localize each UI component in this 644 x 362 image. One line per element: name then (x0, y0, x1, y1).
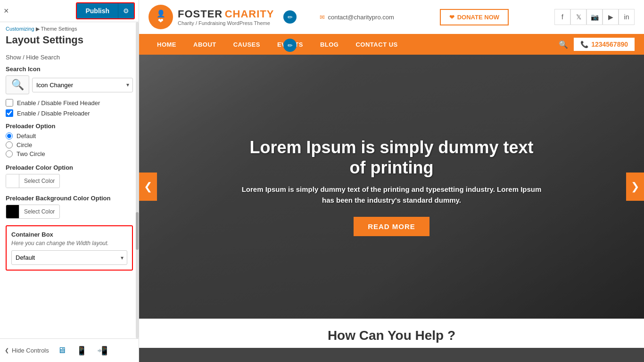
social-icons: f 𝕏 📷 ▶ in (554, 9, 635, 25)
scrollbar-thumb (136, 212, 139, 250)
contact-email: contact@charitypro.com (328, 14, 394, 21)
right-preview: ✏ ✏ 👤 ❤ FOSTER CHARITY Charity / Fundrai… (139, 0, 644, 362)
logo-text-wrap: FOSTER CHARITY Charity / Fundraising Wor… (178, 8, 274, 26)
radio-default[interactable] (6, 132, 13, 140)
fixed-header-checkbox[interactable] (6, 99, 13, 107)
hero-read-more-button[interactable]: READ MORE (354, 217, 429, 236)
donate-button[interactable]: ❤ DONATE NOW (440, 9, 509, 25)
container-box-section: Container Box Here you can change the Wi… (6, 225, 133, 271)
hide-controls-label: Hide Controls (12, 347, 49, 354)
search-icon-label: Search Icon (6, 66, 133, 73)
mobile-device-button[interactable]: 📲 (95, 344, 109, 358)
nav-search-icon[interactable]: 🔍 (553, 40, 574, 49)
nav-about[interactable]: ABOUT (185, 34, 225, 55)
container-box-title: Container Box (11, 231, 127, 238)
top-bar: × Publish ⚙ (0, 0, 139, 22)
left-panel: × Publish ⚙ Customizing ▶ Theme Settings… (0, 0, 139, 362)
radio-circle[interactable] (6, 141, 13, 148)
tablet-device-button[interactable]: 📱 (74, 344, 89, 358)
nav-contact[interactable]: CONTACT US (347, 34, 406, 55)
publish-button[interactable]: Publish (77, 3, 118, 18)
site-logo: 👤 ❤ FOSTER CHARITY Charity / Fundraising… (149, 5, 274, 29)
hero-description: Lorem Ipsum is simply dummy text of the … (241, 184, 543, 206)
nav-edit-pencil-icon[interactable]: ✏ (283, 39, 297, 52)
logo-subtitle: Charity / Fundraising WordPress Theme (178, 20, 274, 26)
twitter-icon[interactable]: 𝕏 (570, 9, 586, 25)
radio-circle-label: Circle (17, 141, 32, 148)
site-nav: HOME ABOUT CAUSES EVENTS BLOG CONTACT US… (139, 34, 644, 55)
how-help-title: How Can You Help ? (149, 328, 635, 343)
hide-controls-button[interactable]: ❮ Hide Controls (5, 347, 49, 354)
hero-next-arrow[interactable]: ❯ (626, 173, 644, 201)
site-contact: ✉ contact@charitypro.com (320, 14, 394, 21)
preloader-bg-color-label: Preloader Background Color Option (6, 195, 133, 202)
radio-twocircle-row: Two Circle (6, 150, 133, 157)
logo-icon: 👤 ❤ (149, 5, 173, 29)
nav-causes[interactable]: CAUSES (225, 34, 269, 55)
scrollbar (136, 22, 139, 338)
preloader-option-label: Preloader Option (6, 123, 133, 130)
breadcrumb-customizing[interactable]: Customizing (6, 26, 34, 32)
radio-default-row: Default (6, 132, 133, 140)
search-magnifier-icon: 🔍 (11, 79, 24, 91)
logo-foster: FOSTER (178, 8, 223, 20)
logo-charity: CHARITY (225, 8, 274, 20)
nav-blog[interactable]: BLOG (312, 34, 347, 55)
preloader-checkbox[interactable] (6, 109, 13, 117)
radio-default-label: Default (17, 132, 36, 140)
how-help-section: How Can You Help ? (139, 319, 644, 348)
panel-content: Show / Hide Search Search Icon 🔍 Icon Ch… (0, 50, 139, 338)
close-button[interactable]: × (4, 6, 9, 16)
fixed-header-label: Enable / Disable Fixed Header (17, 99, 100, 107)
chevron-left-icon: ❮ (5, 347, 9, 354)
radio-twocircle[interactable] (6, 150, 13, 157)
preloader-bg-color-button[interactable]: Select Color (6, 205, 60, 219)
linkedin-icon[interactable]: in (619, 9, 635, 25)
bottom-bar: ❮ Hide Controls 🖥 📱 📲 (0, 338, 139, 362)
close-icon: × (4, 6, 9, 16)
show-hide-search-label: Show / Hide Search (6, 54, 133, 61)
hero-prev-arrow[interactable]: ❮ (139, 173, 157, 201)
phone-number: 1234567890 (591, 41, 628, 48)
hero-content: Lorem Ipsum is simply dummy text of prin… (203, 137, 580, 236)
donate-label: DONATE NOW (457, 14, 499, 21)
preloader-color-swatch (6, 174, 19, 188)
container-box-desc: Here you can change the Width layout. (11, 240, 127, 247)
youtube-icon[interactable]: ▶ (603, 9, 619, 25)
preloader-row: Enable / Disable Preloader (6, 109, 133, 117)
preloader-label: Enable / Disable Preloader (17, 110, 90, 117)
preloader-bg-color-text: Select Color (19, 206, 59, 217)
preloader-color-label: Preloader Color Option (6, 164, 133, 171)
hero-title: Lorem Ipsum is simply dummy text of prin… (241, 137, 543, 178)
gear-icon: ⚙ (123, 7, 129, 15)
logo-name-row: FOSTER CHARITY (178, 8, 274, 20)
icon-changer-wrap: Icon Changer (32, 78, 133, 92)
nav-phone: 📞 1234567890 (574, 38, 635, 51)
phone-icon: 📞 (580, 41, 588, 48)
nav-home[interactable]: HOME (149, 34, 185, 55)
gear-button[interactable]: ⚙ (118, 3, 134, 18)
publish-group: Publish ⚙ (76, 2, 135, 19)
site-hero: Lorem Ipsum is simply dummy text of prin… (139, 55, 644, 319)
search-icon-row: 🔍 Icon Changer (6, 75, 133, 94)
radio-circle-row: Circle (6, 141, 133, 148)
mail-icon: ✉ (320, 14, 325, 21)
panel-title: Layout Settings (0, 33, 139, 50)
top-edit-pencil-icon[interactable]: ✏ (283, 10, 297, 24)
desktop-device-button[interactable]: 🖥 (56, 344, 68, 357)
heart-icon: ❤ (449, 14, 454, 21)
radio-twocircle-label: Two Circle (17, 150, 45, 157)
icon-changer-select[interactable]: Icon Changer (32, 78, 133, 92)
fixed-header-row: Enable / Disable Fixed Header (6, 99, 133, 107)
search-icon-preview: 🔍 (6, 75, 29, 94)
breadcrumb-theme-settings: Theme Settings (41, 26, 77, 32)
instagram-icon[interactable]: 📷 (586, 9, 603, 25)
preloader-bg-color-swatch (6, 205, 19, 218)
breadcrumb: Customizing ▶ Theme Settings (0, 22, 139, 33)
facebook-icon[interactable]: f (554, 9, 570, 25)
site-top-bar: 👤 ❤ FOSTER CHARITY Charity / Fundraising… (139, 0, 644, 34)
container-box-select-wrap: Default Boxed (11, 250, 127, 265)
preloader-color-button[interactable]: Select Color (6, 174, 60, 188)
container-box-select[interactable]: Default Boxed (11, 250, 127, 265)
preloader-color-text: Select Color (19, 176, 59, 186)
